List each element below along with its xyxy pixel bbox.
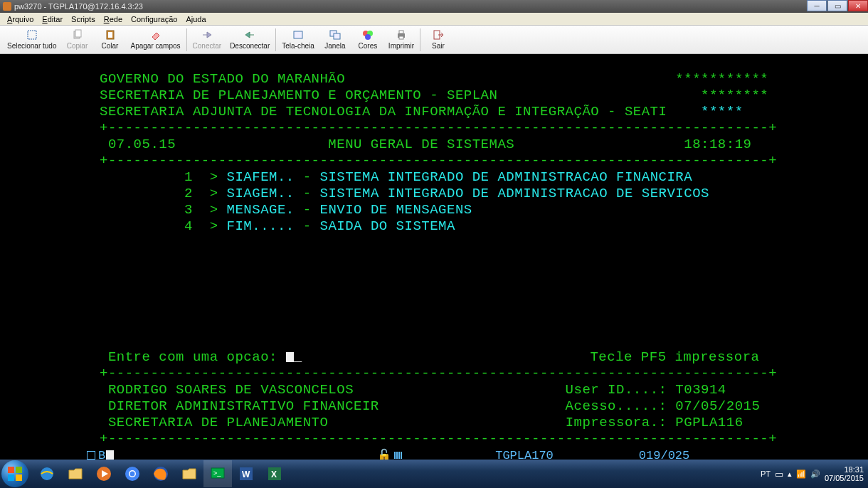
term-header2: SECRETARIA DE PLANEJAMENTO E ORÇAMENTO -… [100, 87, 768, 103]
windows-logo-icon [7, 466, 23, 482]
status-b: B [98, 449, 105, 460]
svg-rect-7 [334, 33, 340, 39]
term-titleline: 07.05.15 MENU GERAL DE SISTEMAS 18:18:19 [100, 137, 751, 152]
term-sep2: +---------------------------------------… [100, 153, 777, 169]
term-sep4: +---------------------------------------… [100, 431, 777, 447]
word-icon: W [238, 465, 255, 482]
close-button[interactable]: ✕ [848, 0, 868, 11]
connect-button[interactable]: Conectar [189, 28, 226, 51]
terminal-statusbar: B 🔓 TGPLA170 019/025 [0, 447, 868, 460]
erase-icon [150, 29, 162, 41]
status-terminal-id: TGPLA170 [495, 449, 554, 460]
term-header1: GOVERNO DO ESTADO DO MARANHÃO **********… [100, 71, 768, 87]
disconnect-button[interactable]: Desconectar [226, 28, 274, 51]
svg-point-24 [130, 472, 135, 477]
toolbar-separator [275, 28, 276, 51]
taskbar-media[interactable] [90, 460, 118, 487]
terminal-area[interactable]: GOVERNO DO ESTADO DO MARANHÃO **********… [0, 54, 868, 460]
menu-arquivo[interactable]: Arquivo [7, 15, 33, 23]
app-icon [3, 2, 11, 11]
toolbar-separator [186, 28, 187, 51]
select-all-button[interactable]: Selecionar tudo [3, 28, 61, 51]
firefox-icon [152, 465, 169, 482]
window-icon [329, 29, 341, 41]
menu-scripts[interactable]: Scripts [71, 15, 95, 23]
window-controls: ─ ▭ ✕ [806, 0, 868, 13]
tray-flag-icon[interactable]: ▭ [775, 469, 783, 479]
folder-icon [181, 465, 198, 482]
svg-text:X: X [271, 470, 277, 479]
paste-button[interactable]: Colar [94, 28, 127, 51]
window-title: pw3270 - TGPLA170@172.16.4.3:23 [14, 2, 143, 11]
taskbar-folder2[interactable] [175, 460, 203, 487]
start-button[interactable] [1, 460, 28, 487]
print-icon [396, 29, 407, 41]
taskbar-explorer[interactable] [61, 460, 90, 487]
tray-speaker-icon[interactable]: 🔊 [810, 470, 820, 479]
menu-ajuda[interactable]: Ajuda [186, 15, 206, 23]
exit-button[interactable]: Sair [422, 28, 455, 51]
svg-rect-0 [28, 31, 36, 39]
menu-item-3: 3 > MENSAGE. - ENVIO DE MENSAGENS [100, 202, 472, 218]
fullscreen-icon [292, 29, 304, 41]
lock-icon: 🔓 [377, 448, 391, 460]
svg-rect-18 [16, 474, 22, 481]
svg-text:>_: >_ [213, 470, 221, 477]
svg-text:W: W [242, 470, 250, 479]
menu-editar[interactable]: Editar [42, 15, 63, 23]
status-indicator-icon [87, 451, 95, 460]
status-cursor-pos: 019/025 [639, 449, 689, 460]
fullscreen-button[interactable]: Tela-cheia [277, 28, 319, 51]
terminal-screen: GOVERNO DO ESTADO DO MARANHÃO **********… [0, 54, 868, 447]
svg-rect-13 [399, 36, 403, 39]
taskbar-pw3270[interactable]: >_ [203, 460, 232, 487]
cursor[interactable] [286, 352, 294, 362]
connect-icon [201, 29, 213, 41]
copy-button[interactable]: Copiar [61, 28, 94, 51]
print-button[interactable]: Imprimir [384, 28, 418, 51]
term-sep1: +---------------------------------------… [100, 120, 777, 136]
copy-icon [72, 29, 83, 41]
minimize-button[interactable]: ─ [807, 0, 827, 11]
taskbar-excel[interactable]: X [260, 460, 289, 487]
chrome-icon [124, 465, 141, 482]
taskbar-chrome[interactable] [118, 460, 147, 487]
prompt-line: Entre com uma opcao: _ Tecle PF5 impress… [100, 349, 759, 365]
term-header3: SECRETARIA ADJUNTA DE TECNOLOGIA DA INFO… [100, 104, 743, 120]
term-sep3: +---------------------------------------… [100, 366, 777, 381]
svg-point-10 [365, 34, 371, 40]
keyboard-icon [394, 452, 403, 459]
svg-rect-5 [294, 31, 302, 38]
menubar: Arquivo Editar Scripts Rede Configuração… [0, 13, 868, 26]
paste-icon [105, 29, 116, 41]
disconnect-icon [244, 29, 255, 41]
terminal-icon: >_ [209, 465, 226, 482]
taskbar-firefox[interactable] [147, 460, 175, 487]
tray-network-icon[interactable]: 📶 [796, 470, 806, 479]
window-titlebar: pw3270 - TGPLA170@172.16.4.3:23 ─ ▭ ✕ [0, 0, 868, 13]
maximize-button[interactable]: ▭ [827, 0, 847, 11]
windows-taskbar: >_ W X PT ▭ ▴ 📶 🔊 18:31 07/05/2015 [0, 460, 868, 488]
svg-rect-2 [75, 30, 81, 37]
colors-button[interactable]: Cores [351, 28, 384, 51]
user-line3: SECRETARIA DE PLANEJAMENTO Impressora.: … [100, 415, 743, 430]
exit-icon [433, 29, 444, 41]
excel-icon: X [266, 465, 283, 482]
toolbar: Selecionar tudo Copiar Colar Apagar camp… [0, 26, 868, 54]
menu-item-2: 2 > SIAGEM.. - SISTEMA INTEGRADO DE ADMI… [100, 186, 709, 201]
menu-rede[interactable]: Rede [104, 15, 122, 23]
taskbar-word[interactable]: W [232, 460, 260, 487]
menu-configuracao[interactable]: Configuração [131, 15, 177, 23]
window-button[interactable]: Janela [319, 28, 351, 51]
menu-item-4: 4 > FIM..... - SAIDA DO SISTEMA [100, 218, 455, 234]
svg-rect-4 [108, 32, 112, 38]
tray-lang[interactable]: PT [761, 470, 771, 478]
folder-icon [67, 465, 84, 482]
clear-fields-button[interactable]: Apagar campos [127, 28, 185, 51]
taskbar-ie[interactable] [33, 460, 61, 487]
select-all-icon [26, 29, 38, 41]
tray-chevron-up-icon[interactable]: ▴ [788, 470, 792, 479]
tray-clock[interactable]: 18:31 07/05/2015 [825, 465, 864, 482]
user-line1: RODRIGO SOARES DE VASCONCELOS User ID...… [100, 382, 726, 398]
svg-rect-16 [16, 467, 22, 473]
